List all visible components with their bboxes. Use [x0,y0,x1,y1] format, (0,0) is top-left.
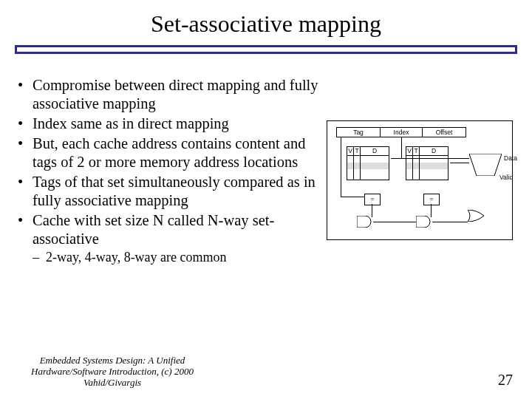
bullet-item: Index same as in direct mapping [16,115,327,133]
cache-diagram: Tag Index Offset V T D V T D = = [327,120,526,276]
page-number: 27 [498,372,513,389]
addr-index-field: Index [380,127,423,137]
col-v-header: V [347,147,353,156]
sub-bullet-item: 2-way, 4-way, 8-way are common [16,250,327,266]
valid-output-label: Valid [499,174,513,181]
addr-offset-field: Offset [422,127,466,137]
col-v-header: V [406,147,412,156]
footer-source: Embedded Systems Design: A Unified Hardw… [16,355,208,389]
footer-line1: Embedded Systems Design: A Unified [40,355,185,366]
col-d-header: D [420,147,448,156]
bullet-item: But, each cache address contains content… [16,134,327,171]
bullet-list: Compromise between direct mapping and fu… [16,76,327,267]
cache-array-0: V T D [347,146,389,180]
cache-array-1: V T D [406,146,449,180]
and-gate-1-icon [416,216,432,228]
title-rule [15,45,517,54]
bullet-item: Compromise between direct mapping and fu… [16,76,327,113]
data-output-label: Data [504,154,517,162]
col-t-header: T [413,147,419,156]
col-d-header: D [361,147,389,156]
mux-icon [469,154,502,176]
address-bar: Tag Index Offset [336,127,466,137]
comparator-0: = [364,194,381,205]
comparator-1: = [423,194,440,205]
or-gate-icon [468,210,484,222]
footer-line2: Hardware/Software Introduction, (c) 2000… [31,366,194,388]
addr-tag-field: Tag [336,127,381,137]
bullet-item: Tags of that set simultaneously compared… [16,173,327,210]
and-gate-0-icon [357,216,373,228]
col-t-header: T [354,147,360,156]
slide-title: Set-associative mapping [0,0,532,42]
bullet-item: Cache with set size N called N-way set-a… [16,211,327,248]
svg-marker-0 [469,154,502,176]
